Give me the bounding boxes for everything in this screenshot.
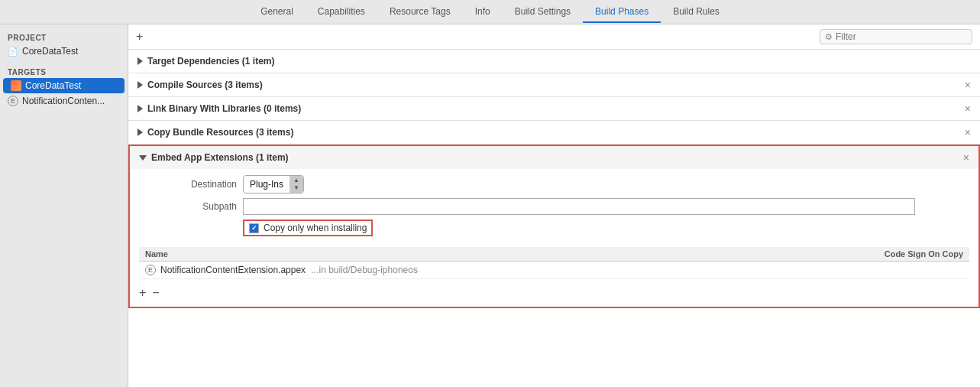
table-header: Name Code Sign On Copy bbox=[139, 247, 969, 262]
phase-compile-sources-title: Compile Sources (3 items) bbox=[147, 80, 263, 90]
copy-only-checkbox[interactable]: ✓ bbox=[249, 223, 259, 233]
expand-icon bbox=[137, 81, 143, 89]
phase-embed-extensions-title: Embed App Extensions (1 item) bbox=[151, 152, 289, 163]
add-phase-button[interactable]: + bbox=[136, 31, 143, 43]
target-item-label: CoreDataTest bbox=[25, 80, 81, 91]
tab-build-phases[interactable]: Build Phases bbox=[583, 2, 661, 23]
expand-icon bbox=[137, 105, 143, 112]
select-arrows[interactable]: ▲ ▼ bbox=[289, 176, 303, 193]
destination-row: Destination Plug-Ins ▲ ▼ bbox=[176, 175, 933, 194]
copy-only-label: Copy only when installing bbox=[264, 223, 367, 233]
toolbar: + ⚙ bbox=[128, 24, 980, 50]
phase-copy-bundle-title: Copy Bundle Resources (3 items) bbox=[147, 127, 293, 138]
destination-value: Plug-Ins bbox=[244, 177, 289, 191]
file-name: NotificationContentExtension.appex bbox=[160, 265, 306, 275]
phase-link-binary: Link Binary With Libraries (0 items) × bbox=[128, 97, 980, 121]
tab-build-rules[interactable]: Build Rules bbox=[661, 2, 732, 23]
phase-copy-bundle-header[interactable]: Copy Bundle Resources (3 items) × bbox=[128, 121, 980, 144]
add-item-button[interactable]: + bbox=[139, 287, 146, 299]
embed-table: Name Code Sign On Copy E NotificationCon… bbox=[139, 247, 969, 279]
embed-form: Destination Plug-Ins ▲ ▼ Subpath bbox=[130, 169, 978, 247]
phase-embed-extensions-header[interactable]: Embed App Extensions (1 item) × bbox=[130, 146, 978, 169]
close-copy-bundle-button[interactable]: × bbox=[965, 126, 971, 138]
tab-info[interactable]: Info bbox=[463, 2, 503, 23]
phase-compile-sources-header[interactable]: Compile Sources (3 items) × bbox=[128, 73, 980, 96]
tab-bar: General Capabilities Resource Tags Info … bbox=[0, 0, 980, 24]
subpath-input[interactable] bbox=[243, 198, 915, 215]
targets-section-label: TARGETS bbox=[0, 65, 128, 78]
subpath-label: Subpath bbox=[176, 201, 237, 212]
sidebar: PROJECT 📄 CoreDataTest TARGETS CoreDataT… bbox=[0, 24, 128, 387]
row-filename: NotificationContentExtension.appex ...in… bbox=[160, 265, 852, 275]
destination-label: Destination bbox=[176, 179, 237, 190]
bottom-controls: + − bbox=[130, 279, 978, 307]
project-icon: 📄 bbox=[8, 46, 18, 57]
tab-general[interactable]: General bbox=[248, 2, 306, 23]
expand-icon bbox=[137, 57, 143, 65]
phase-target-dependencies-title: Target Dependencies (1 item) bbox=[147, 56, 275, 67]
file-path: ...in build/Debug-iphoneos bbox=[311, 265, 417, 275]
sidebar-item-notification[interactable]: E NotificationConten... bbox=[0, 93, 128, 109]
table-row[interactable]: E NotificationContentExtension.appex ...… bbox=[139, 262, 969, 279]
sidebar-item-coredatatest[interactable]: CoreDataTest bbox=[3, 78, 125, 93]
tab-resource-tags[interactable]: Resource Tags bbox=[377, 2, 463, 23]
close-link-binary-button[interactable]: × bbox=[965, 102, 971, 115]
subpath-row: Subpath bbox=[176, 198, 933, 215]
phase-copy-bundle: Copy Bundle Resources (3 items) × bbox=[128, 121, 980, 145]
phase-compile-sources: Compile Sources (3 items) × bbox=[128, 73, 980, 97]
notification-item-label: NotificationConten... bbox=[22, 96, 105, 106]
collapse-icon bbox=[139, 155, 147, 161]
content-area: + ⚙ Target Dependencies (1 item) Compile… bbox=[128, 24, 980, 387]
checkmark-icon: ✓ bbox=[251, 224, 257, 232]
tab-capabilities[interactable]: Capabilities bbox=[306, 2, 377, 23]
row-icon: E bbox=[145, 265, 156, 275]
filter-box: ⚙ bbox=[820, 29, 972, 44]
filter-icon: ⚙ bbox=[825, 32, 833, 42]
copy-only-highlighted: ✓ Copy only when installing bbox=[243, 220, 373, 236]
expand-icon bbox=[137, 128, 143, 136]
sidebar-item-project[interactable]: 📄 CoreDataTest bbox=[0, 44, 128, 59]
phase-link-binary-header[interactable]: Link Binary With Libraries (0 items) × bbox=[128, 97, 980, 120]
copy-only-wrapper: ✓ Copy only when installing bbox=[243, 220, 933, 236]
filter-input[interactable] bbox=[836, 31, 950, 42]
col-name: Name bbox=[145, 249, 856, 259]
phase-embed-extensions: Embed App Extensions (1 item) × Destinat… bbox=[128, 145, 980, 308]
notification-icon: E bbox=[8, 96, 18, 106]
close-compile-sources-button[interactable]: × bbox=[965, 79, 971, 91]
phase-link-binary-title: Link Binary With Libraries (0 items) bbox=[147, 103, 301, 114]
project-item-label: CoreDataTest bbox=[22, 46, 78, 57]
col-codesign: Code Sign On Copy bbox=[856, 249, 963, 259]
close-embed-extensions-button[interactable]: × bbox=[963, 151, 969, 164]
phase-target-dependencies-header[interactable]: Target Dependencies (1 item) bbox=[128, 50, 980, 73]
destination-select[interactable]: Plug-Ins ▲ ▼ bbox=[243, 175, 304, 194]
phase-target-dependencies: Target Dependencies (1 item) bbox=[128, 50, 980, 73]
target-icon bbox=[11, 80, 21, 91]
tab-build-settings[interactable]: Build Settings bbox=[503, 2, 583, 23]
remove-item-button[interactable]: − bbox=[152, 287, 159, 299]
project-section-label: PROJECT bbox=[0, 31, 128, 44]
